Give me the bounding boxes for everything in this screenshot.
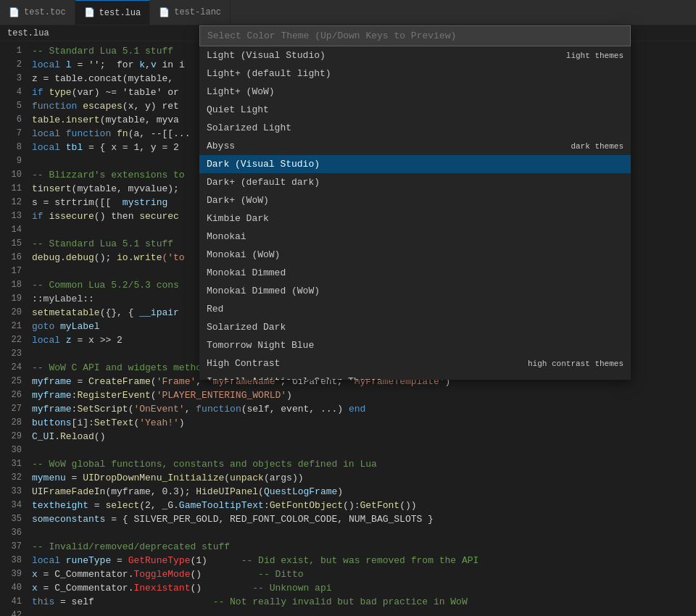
line-number: 39	[0, 567, 29, 581]
theme-item-install-additional[interactable]: Install Additional Color Themes...	[199, 372, 631, 380]
code-token: ...	[173, 128, 190, 139]
code-token: myframe	[32, 404, 72, 415]
code-token: this	[32, 596, 54, 607]
line-number: 27	[0, 402, 29, 416]
code-token: local	[32, 128, 66, 139]
line-content: myframe:RegisterEvent('PLAYER_ENTERING_W…	[29, 388, 696, 402]
code-token: RegisterEvent	[77, 390, 150, 401]
code-line: 37-- Invalid/removed/deprecated stuff	[0, 540, 696, 554]
code-token: GetFont	[360, 500, 400, 511]
code-token: -- Invalid/removed/deprecated stuff	[32, 541, 230, 552]
theme-item-label: Monokai Dimmed (WoW)	[207, 286, 320, 296]
code-line: 35someconstants = { SILVER_PER_GOLD, RED…	[0, 512, 696, 526]
code-token: = x >> 2	[72, 335, 123, 346]
code-token: -- WoW C API and widgets methods	[32, 362, 213, 373]
code-token: = C_Commentator.	[38, 583, 134, 594]
line-number: 24	[0, 361, 29, 375]
theme-item-solarized-light[interactable]: Solarized Light	[199, 119, 631, 137]
code-token: io.write	[117, 252, 162, 263]
theme-item-monokai[interactable]: Monokai	[199, 228, 631, 246]
theme-item-monokai-dimmed-wow[interactable]: Monokai Dimmed (WoW)	[199, 282, 631, 300]
code-token: l	[66, 59, 72, 70]
theme-item-label: Monokai Dimmed	[207, 267, 286, 278]
code-token: unpack	[230, 473, 264, 483]
line-number: 19	[0, 292, 29, 306]
line-content: -- Invalid/removed/deprecated stuff	[29, 540, 696, 554]
code-line: 33UIFrameFadeIn(myframe, 0.3); HideUIPan…	[0, 485, 696, 499]
line-content	[29, 444, 696, 457]
line-number: 13	[0, 209, 29, 223]
theme-item-kimbie-dark[interactable]: Kimbie Dark	[199, 209, 631, 228]
theme-item-label: Red	[207, 304, 223, 315]
line-number: 23	[0, 347, 29, 361]
theme-item-label: Dark (Visual Studio)	[207, 159, 320, 170]
code-token: ,	[145, 59, 151, 70]
code-token: issecure	[49, 211, 94, 222]
theme-item-red[interactable]: Red	[199, 300, 631, 318]
code-token: v	[151, 59, 157, 70]
code-token: ())	[399, 500, 416, 511]
code-token: .	[54, 431, 60, 442]
code-token: function	[196, 404, 241, 415]
line-number: 30	[0, 444, 29, 457]
line-number: 31	[0, 457, 29, 471]
theme-item-light-visual-studio[interactable]: Light (Visual Studio)light themes	[199, 46, 631, 64]
theme-item-light-plus[interactable]: Light+ (default light)	[199, 64, 631, 83]
code-token: goto	[32, 321, 60, 332]
theme-item-high-contrast[interactable]: High Contrasthigh contrast themes	[199, 354, 631, 372]
tab-label-test-lanc: test-lanc	[174, 7, 221, 17]
code-token: (myframe, 0.3);	[105, 486, 196, 497]
line-number: 10	[0, 168, 29, 182]
theme-item-dark-plus-wow[interactable]: Dark+ (WoW)	[199, 191, 631, 209]
tab-icon-test-lanc: 📄	[159, 7, 170, 18]
line-content: local runeType = GetRuneType(1) -- Did e…	[29, 554, 696, 567]
line-number: 18	[0, 278, 29, 292]
theme-item-light-plus-wow[interactable]: Light+ (WoW)	[199, 83, 631, 101]
line-content: C_UI.Reload()	[29, 430, 696, 444]
code-token: 'Frame'	[157, 376, 196, 387]
tab-test-lanc[interactable]: 📄 test-lanc	[150, 0, 231, 25]
line-number: 26	[0, 388, 29, 402]
line-number: 9	[0, 154, 29, 168]
theme-item-tomorrow-night-blue[interactable]: Tomorrow Night Blue	[199, 336, 631, 354]
code-token: =	[88, 500, 105, 511]
theme-item-monokai-wow[interactable]: Monokai (WoW)	[199, 246, 631, 264]
theme-item-label: Abyss	[207, 141, 235, 151]
code-token: (1)	[190, 555, 207, 566]
line-number: 5	[0, 99, 29, 113]
code-token: GetFontObject	[270, 500, 343, 511]
code-token: -- WoW global functions, constants and o…	[32, 459, 377, 470]
line-number: 32	[0, 471, 29, 485]
code-line: 27myframe:SetScript('OnEvent', function(…	[0, 402, 696, 416]
code-token: __ipair	[139, 307, 179, 318]
code-line: 34textheight = select(2, _G.GameTooltipT…	[0, 499, 696, 512]
line-number: 41	[0, 595, 29, 609]
theme-search-input[interactable]	[199, 25, 631, 46]
theme-item-label: Dark+ (default dark)	[207, 177, 320, 188]
code-line: 41this = self -- Not really invalid but …	[0, 595, 696, 609]
line-number: 17	[0, 265, 29, 278]
code-token: runeType	[66, 555, 111, 566]
tab-test-lua[interactable]: 📄 test.lua	[75, 0, 151, 25]
theme-item-abyss[interactable]: Abyssdark themes	[199, 137, 631, 155]
theme-item-monokai-dimmed[interactable]: Monokai Dimmed	[199, 264, 631, 282]
tab-test-toc[interactable]: 📄 test.toc	[0, 0, 75, 25]
code-token: :	[264, 500, 270, 511]
code-token: (	[258, 486, 264, 497]
line-number: 36	[0, 526, 29, 540]
code-token: UIDropDownMenu_Initialize	[83, 473, 224, 483]
theme-item-label: Solarized Dark	[207, 322, 286, 333]
line-number: 25	[0, 375, 29, 388]
code-token: Reload	[60, 431, 94, 442]
line-number: 37	[0, 540, 29, 554]
theme-item-label: Install Additional Color Themes...	[207, 376, 399, 380]
theme-item-solarized-dark[interactable]: Solarized Dark	[199, 318, 631, 336]
section-label-high-contrast: high contrast themes	[528, 359, 624, 368]
theme-item-quiet-light[interactable]: Quiet Light	[199, 101, 631, 119]
code-line: 26myframe:RegisterEvent('PLAYER_ENTERING…	[0, 388, 696, 402]
theme-item-label: Kimbie Dark	[207, 213, 269, 224]
line-number: 2	[0, 58, 29, 72]
line-number: 21	[0, 320, 29, 333]
theme-item-dark-visual-studio[interactable]: Dark (Visual Studio)	[199, 155, 631, 173]
theme-item-dark-plus[interactable]: Dark+ (default dark)	[199, 173, 631, 191]
